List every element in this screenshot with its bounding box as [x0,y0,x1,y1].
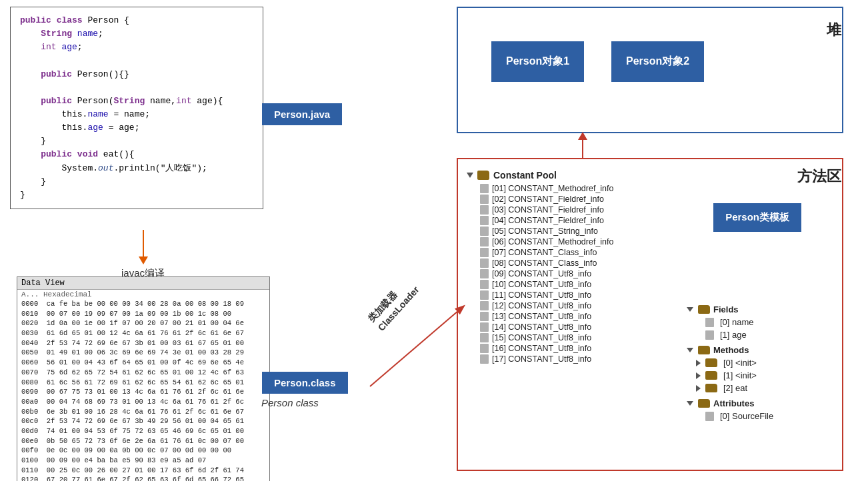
cp-item-07: [07] CONSTANT_Class_info [467,247,687,258]
cp-item-05: [05] CONSTANT_String_info [467,226,687,237]
code-line-2: String name; [20,27,253,41]
classloader-label: 类加载器 ClassLoader [365,275,422,334]
java-code-box: public class Person { String name; int a… [10,7,263,209]
code-line-7: public Person(String name,int age){ [20,95,253,108]
hex-row-0060: 0060 56 01 00 04 43 6f 64 65 01 00 0f 4c… [17,358,269,368]
constant-pool-tree: Constant Pool [01] CONSTANT_Methodref_in… [467,170,687,364]
heap-title: 堆 [827,20,841,40]
method-init1-row: [1] <init> [687,369,840,382]
hex-row-0080: 0080 61 6c 56 61 72 69 61 62 6c 65 54 61… [17,378,269,388]
hex-row-00c0: 00c0 2f 53 74 72 69 6e 67 3b 49 29 56 01… [17,416,269,426]
hex-row-0100: 0100 00 09 00 e4 ba ba e5 90 83 e9 a5 ad… [17,456,269,466]
field-age-row: [1] age [687,328,840,341]
cp-item-04: [04] CONSTANT_Fieldref_info [467,215,687,226]
hex-row-0050: 0050 01 49 01 00 06 3c 69 6e 69 74 3e 01… [17,348,269,358]
method-init0-chevron [696,360,701,366]
attributes-folder-row: Attributes [687,397,840,410]
attributes-chevron [687,401,693,406]
javac-arrow-line [143,230,144,256]
hex-row-0040: 0040 2f 53 74 72 69 6e 67 3b 01 00 03 61… [17,338,269,348]
field-name-row: [0] name [687,316,840,328]
up-arrow-head [578,132,587,140]
person-class-bottom-label: Person class [261,397,319,408]
hex-row-00e0: 00e0 0b 50 65 72 73 6f 6e 2e 6a 61 76 61… [17,436,269,446]
method-init1: [1] <init> [723,370,757,380]
hex-row-0000: 0000 ca fe ba be 00 00 00 34 00 28 0a 00… [17,299,269,309]
attributes-label: Attributes [713,398,754,408]
cp-item-09: [09] CONSTANT_Utf8_info [467,268,687,279]
person-java-label: Person.java [262,103,342,125]
hex-row-0010: 0010 00 07 00 19 09 07 00 1a 09 00 1b 00… [17,309,269,319]
code-line-8: this.name = name; [20,108,253,121]
code-line-4 [20,54,253,67]
hex-row-0020: 0020 1d 0a 00 1e 00 1f 07 00 20 07 00 21… [17,318,269,328]
field-age: [1] age [720,330,747,340]
cp-item-01: [01] CONSTANT_Methodref_info [467,183,687,194]
method-init0-row: [0] <init> [687,356,840,369]
method-init1-chevron [696,372,701,379]
hex-row-0120: 0120 67 20 77 61 6e 67 2f 62 65 63 6f 6d… [17,475,269,481]
method-eat-chevron [696,385,701,392]
hex-title: Data View [17,277,269,290]
cp-item-02: [02] CONSTANT_Fieldref_info [467,194,687,205]
code-line-13: } [20,175,253,189]
methods-chevron [687,348,693,352]
attribute-sourcefile: [0] SourceFile [720,411,773,421]
javac-arrow-head [139,256,148,264]
hex-row-0110: 0110 00 25 0c 00 26 00 27 01 00 17 63 6f… [17,466,269,476]
method-title: 方法区 [797,167,841,187]
cp-item-11: [11] CONSTANT_Utf8_info [467,290,687,300]
field-name: [0] name [720,317,754,327]
attribute-sourcefile-row: [0] SourceFile [687,410,840,422]
code-line-9: this.age = age; [20,121,253,135]
fields-chevron [687,307,693,312]
code-line-11: public void eat(){ [20,148,253,161]
code-line-12: System.out.println("人吃饭"); [20,162,253,175]
hex-dump-box: Data View A... Hexadecimal 0000 ca fe ba… [17,276,270,481]
cp-item-14: [14] CONSTANT_Utf8_info [467,322,687,332]
hex-row-00d0: 00d0 74 01 00 04 53 6f 75 72 63 65 46 69… [17,426,269,436]
methods-folder-row: Methods [687,344,840,356]
cp-item-17: [17] CONSTANT_Utf8_info [467,354,687,364]
cp-item-16: [16] CONSTANT_Utf8_info [467,343,687,354]
method-init0: [0] <init> [723,358,757,368]
code-line-10: } [20,135,253,148]
fields-section: Fields [0] name [1] age Methods [0] <ini… [687,303,840,422]
hex-row-0090: 0090 00 67 75 73 01 00 13 4c 6a 61 76 61… [17,387,269,397]
cp-item-12: [12] CONSTANT_Utf8_info [467,300,687,311]
cp-item-15: [15] CONSTANT_Utf8_info [467,332,687,343]
code-line-5: public Person(){} [20,68,253,81]
fields-label: Fields [713,304,739,314]
heap-box: Person对象1 Person对象2 [457,7,843,133]
person-template-label: Person类模板 [713,203,801,232]
code-line-1: public class Person { [20,14,253,27]
hex-row-0070: 0070 75 6d 62 65 72 54 61 62 6c 65 01 00… [17,368,269,378]
fields-folder-row: Fields [687,303,840,316]
hex-row-00f0: 00f0 0e 0c 00 09 00 0a 0b 00 0c 07 00 0d… [17,446,269,456]
hex-row-00b0: 00b0 6e 3b 01 00 16 28 4c 6a 61 76 61 2f… [17,407,269,417]
cp-item-08: [08] CONSTANT_Class_info [467,258,687,268]
hex-row-0030: 0030 61 6d 65 01 00 12 4c 6a 61 76 61 2f… [17,328,269,338]
constant-pool-title: Constant Pool [467,170,687,181]
cp-item-13: [13] CONSTANT_Utf8_info [467,311,687,322]
code-line-6 [20,81,253,95]
code-line-14: } [20,189,253,202]
person-class-label: Person.class [262,372,348,394]
method-eat: [2] eat [723,383,747,393]
methods-label: Methods [713,345,749,355]
person-obj1: Person对象1 [491,41,584,82]
cp-item-10: [10] CONSTANT_Utf8_info [467,279,687,290]
hex-header: A... Hexadecimal [17,290,269,299]
person-obj2: Person对象2 [611,41,704,82]
javac-arrow: javac编译 [121,230,165,280]
code-line-3: int age; [20,41,253,54]
cp-item-06: [06] CONSTANT_Methodref_info [467,237,687,247]
hex-row-00a0: 00a0 00 04 74 68 69 73 01 00 13 4c 6a 61… [17,397,269,407]
cp-item-03: [03] CONSTANT_Fieldref_info [467,205,687,215]
method-eat-row: [2] eat [687,382,840,394]
